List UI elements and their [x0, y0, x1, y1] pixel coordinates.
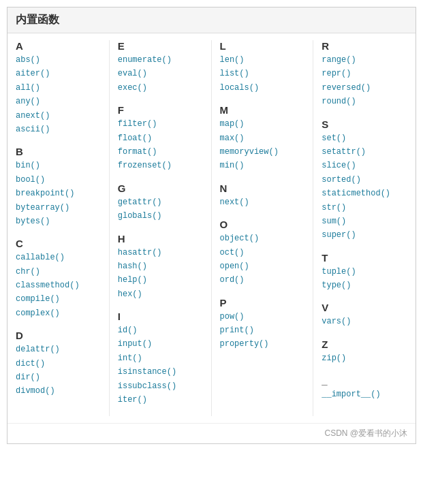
- section-V: Vvars(): [322, 302, 407, 328]
- function-link[interactable]: divmod(): [16, 384, 101, 398]
- function-link[interactable]: object(): [220, 232, 305, 245]
- function-link[interactable]: float(): [118, 131, 203, 145]
- function-link[interactable]: sorted(): [322, 173, 407, 187]
- function-link[interactable]: bin(): [16, 159, 101, 172]
- function-link[interactable]: callable(): [16, 251, 101, 264]
- section-A: Aabs()aiter()all()any()anext()ascii(): [16, 40, 101, 136]
- function-link[interactable]: repr(): [322, 67, 407, 80]
- function-link[interactable]: dir(): [16, 371, 101, 384]
- function-link[interactable]: print(): [220, 324, 305, 337]
- section-letter-F: F: [118, 104, 203, 116]
- section-R: Rrange()repr()reversed()round(): [322, 40, 407, 109]
- function-link[interactable]: dict(): [16, 357, 101, 371]
- function-link[interactable]: tuple(): [322, 265, 407, 279]
- function-link[interactable]: all(): [16, 81, 101, 95]
- function-link[interactable]: max(): [220, 131, 305, 145]
- function-link[interactable]: next(): [220, 195, 305, 209]
- function-link[interactable]: ascii(): [16, 123, 101, 136]
- section-S: Sset()setattr()slice()sorted()staticmeth…: [322, 119, 407, 242]
- function-link[interactable]: vars(): [322, 315, 407, 328]
- function-link[interactable]: classmethod(): [16, 279, 101, 292]
- function-link[interactable]: enumerate(): [118, 53, 203, 67]
- section-B: Bbin()bool()breakpoint()bytearray()bytes…: [16, 146, 101, 228]
- function-link[interactable]: aiter(): [16, 67, 101, 80]
- function-link[interactable]: range(): [322, 53, 407, 67]
- function-link[interactable]: isinstance(): [118, 365, 203, 379]
- function-link[interactable]: abs(): [16, 53, 101, 67]
- function-link[interactable]: set(): [322, 131, 407, 145]
- function-link[interactable]: bytearray(): [16, 201, 101, 215]
- functions-grid: Aabs()aiter()all()any()anext()ascii()Bbi…: [7, 33, 416, 423]
- function-link[interactable]: bytes(): [16, 215, 101, 228]
- function-link[interactable]: any(): [16, 95, 101, 108]
- function-link[interactable]: str(): [322, 201, 407, 215]
- function-link[interactable]: compile(): [16, 292, 101, 306]
- function-link[interactable]: frozenset(): [118, 159, 203, 172]
- function-link[interactable]: __import__(): [322, 388, 407, 401]
- function-link[interactable]: staticmethod(): [322, 187, 407, 200]
- section-letter-H: H: [118, 233, 203, 245]
- section-letter-V: V: [322, 302, 407, 313]
- section-letter-B: B: [16, 146, 101, 157]
- function-link[interactable]: map(): [220, 117, 305, 131]
- function-link[interactable]: hex(): [118, 287, 203, 301]
- section-letter-E: E: [118, 40, 203, 52]
- function-link[interactable]: exec(): [118, 81, 203, 95]
- function-link[interactable]: chr(): [16, 265, 101, 279]
- section-letter-S: S: [322, 119, 407, 130]
- function-link[interactable]: reversed(): [322, 81, 407, 95]
- function-link[interactable]: ord(): [220, 273, 305, 287]
- footer: CSDN @爱看书的小沐: [7, 423, 416, 443]
- section-letter-L: L: [220, 40, 305, 52]
- function-link[interactable]: memoryview(): [220, 145, 305, 159]
- section-letter-P: P: [220, 297, 305, 309]
- section-D: Ddelattr()dict()dir()divmod(): [16, 330, 101, 398]
- function-link[interactable]: hasattr(): [118, 246, 203, 259]
- function-link[interactable]: filter(): [118, 117, 203, 131]
- section-P: Ppow()print()property(): [220, 297, 305, 351]
- function-link[interactable]: slice(): [322, 159, 407, 172]
- function-link[interactable]: format(): [118, 145, 203, 159]
- function-link[interactable]: setattr(): [322, 145, 407, 159]
- function-link[interactable]: getattr(): [118, 195, 203, 209]
- column-3: Rrange()repr()reversed()round()Sset()set…: [313, 40, 416, 416]
- function-link[interactable]: input(): [118, 337, 203, 351]
- function-link[interactable]: list(): [220, 67, 305, 80]
- function-link[interactable]: round(): [322, 95, 407, 108]
- function-link[interactable]: id(): [118, 324, 203, 337]
- function-link[interactable]: eval(): [118, 67, 203, 80]
- function-link[interactable]: breakpoint(): [16, 187, 101, 200]
- function-link[interactable]: hash(): [118, 259, 203, 273]
- section-letter-A: A: [16, 40, 101, 52]
- function-link[interactable]: complex(): [16, 306, 101, 320]
- function-link[interactable]: super(): [322, 228, 407, 242]
- column-2: Llen()list()locals()Mmap()max()memoryvie…: [212, 40, 314, 416]
- function-link[interactable]: help(): [118, 273, 203, 287]
- section-L: Llen()list()locals(): [220, 40, 305, 95]
- function-link[interactable]: min(): [220, 159, 305, 172]
- section-G: Ggetattr()globals(): [118, 183, 203, 223]
- section-letter-C: C: [16, 238, 101, 249]
- function-link[interactable]: locals(): [220, 81, 305, 95]
- section-letter-I: I: [118, 311, 203, 322]
- function-link[interactable]: open(): [220, 259, 305, 273]
- function-link[interactable]: sum(): [322, 215, 407, 228]
- section-letter-G: G: [118, 183, 203, 194]
- section-letter-_: _: [322, 375, 407, 386]
- section-letter-N: N: [220, 183, 305, 194]
- function-link[interactable]: property(): [220, 337, 305, 351]
- section-I: Iid()input()int()isinstance()issubclass(…: [118, 311, 203, 407]
- function-link[interactable]: zip(): [322, 351, 407, 365]
- function-link[interactable]: bool(): [16, 173, 101, 187]
- function-link[interactable]: type(): [322, 279, 407, 292]
- function-link[interactable]: iter(): [118, 393, 203, 407]
- function-link[interactable]: len(): [220, 53, 305, 67]
- section-letter-D: D: [16, 330, 101, 341]
- function-link[interactable]: anext(): [16, 109, 101, 123]
- function-link[interactable]: globals(): [118, 209, 203, 223]
- function-link[interactable]: oct(): [220, 246, 305, 259]
- function-link[interactable]: pow(): [220, 310, 305, 324]
- function-link[interactable]: int(): [118, 351, 203, 365]
- function-link[interactable]: delattr(): [16, 343, 101, 356]
- function-link[interactable]: issubclass(): [118, 379, 203, 393]
